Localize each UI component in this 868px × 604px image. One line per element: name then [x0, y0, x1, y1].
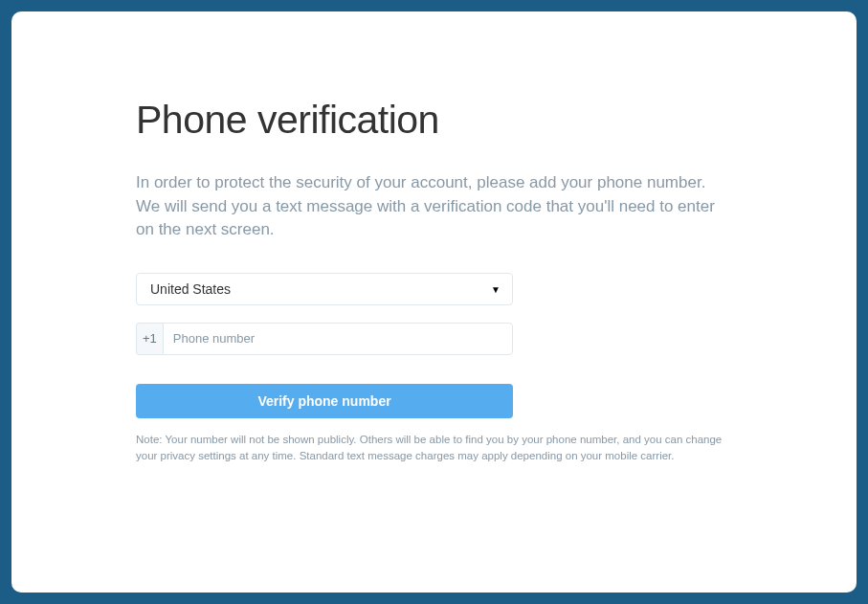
verify-button[interactable]: Verify phone number	[136, 384, 513, 418]
country-code-prefix: +1	[136, 323, 163, 355]
verification-card: Phone verification In order to protect t…	[11, 11, 857, 593]
note-text: Note: Your number will not be shown publ…	[136, 432, 729, 465]
phone-input[interactable]	[163, 323, 513, 355]
chevron-down-icon: ▼	[491, 283, 501, 294]
description-text: In order to protect the security of your…	[136, 171, 732, 242]
country-selected-label: United States	[150, 281, 231, 297]
page-title: Phone verification	[136, 98, 732, 143]
country-select[interactable]: United States ▼	[136, 273, 513, 305]
phone-row: +1	[136, 323, 513, 355]
